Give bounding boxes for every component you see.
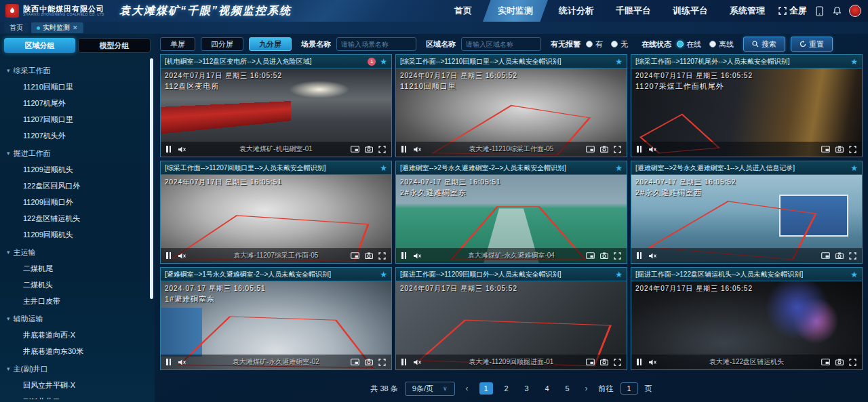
- snapshot-icon[interactable]: [600, 359, 608, 365]
- snapshot-icon[interactable]: [835, 146, 844, 153]
- favorite-star-icon[interactable]: ★: [850, 58, 858, 66]
- pause-icon[interactable]: [401, 252, 406, 259]
- cell-fullscreen-icon[interactable]: [849, 359, 856, 366]
- user-avatar[interactable]: [849, 5, 861, 17]
- mute-icon[interactable]: [413, 359, 422, 366]
- cell-fullscreen-icon[interactable]: [849, 146, 856, 153]
- video-feed[interactable]: 2024年07月17日 星期三 16:05:52 11207采煤工作面机尾外: [631, 68, 862, 157]
- cell-fullscreen-icon[interactable]: [614, 252, 621, 260]
- mute-icon[interactable]: [178, 252, 186, 260]
- alarm-no-radio[interactable]: 无: [611, 39, 628, 49]
- notification-button[interactable]: [831, 5, 842, 16]
- scene-name-input[interactable]: [336, 37, 416, 51]
- video-feed[interactable]: 2024年07月17日 星期三 16:05:52 袁大滩-122盘区辅运机头: [631, 281, 862, 369]
- pause-icon[interactable]: [401, 359, 406, 365]
- tree-item[interactable]: 11209进顺机头: [7, 161, 151, 178]
- tree-group-auxiliary-transport[interactable]: ▾ 辅助运输: [7, 310, 151, 327]
- video-feed[interactable]: 2024年07月17日 星期三 16:05:51 袁大滩-11207综采工作面-…: [161, 175, 391, 263]
- page-1-button[interactable]: 1: [479, 382, 493, 395]
- mute-icon[interactable]: [413, 146, 422, 153]
- pause-icon[interactable]: [637, 359, 642, 365]
- prev-page-button[interactable]: ‹: [462, 384, 473, 393]
- snapshot-icon[interactable]: [365, 146, 373, 153]
- goto-page-input[interactable]: [620, 382, 638, 395]
- nav-realtime-monitor[interactable]: 实时监测: [483, 0, 548, 22]
- pip-icon[interactable]: [351, 146, 359, 153]
- video-feed[interactable]: 2024-07-17 星期三 16:05:52 2#永久避难硐室西: [631, 175, 862, 263]
- favorite-star-icon[interactable]: ★: [380, 58, 387, 66]
- mute-icon[interactable]: [648, 252, 657, 260]
- region-name-input[interactable]: [461, 37, 541, 51]
- nav-system-management[interactable]: 系统管理: [719, 0, 776, 22]
- mute-icon[interactable]: [648, 359, 657, 366]
- tree-item[interactable]: 122盘区回风口外: [7, 178, 151, 194]
- pause-icon[interactable]: [637, 146, 642, 153]
- pip-icon[interactable]: [351, 252, 359, 259]
- alarm-yes-radio[interactable]: 有: [586, 39, 603, 49]
- cell-fullscreen-icon[interactable]: [378, 146, 386, 153]
- tree-item[interactable]: 主井口皮带: [7, 293, 151, 309]
- pause-icon[interactable]: [166, 252, 171, 259]
- pip-icon[interactable]: [586, 146, 595, 153]
- search-button[interactable]: 搜索: [743, 37, 785, 52]
- favorite-star-icon[interactable]: ★: [850, 270, 858, 279]
- online-radio[interactable]: 在线: [677, 39, 701, 49]
- video-feed[interactable]: 2024年07月17日 星期三 16:05:52 112盘区变电所 袁大滩煤矿-…: [161, 68, 391, 157]
- view-quad-button[interactable]: 四分屏: [201, 37, 243, 51]
- video-feed[interactable]: 2024年07月17日 星期三 16:05:52 袁大滩-11209回顺掘进面-…: [396, 281, 627, 369]
- tree-item[interactable]: 井底巷道向东30米: [7, 343, 151, 359]
- video-feed[interactable]: 2024-07-17 星期三 16:05:51 1#避难硐室东 袁大滩煤矿-永久…: [161, 281, 391, 369]
- offline-radio[interactable]: 离线: [709, 39, 734, 49]
- cell-fullscreen-icon[interactable]: [378, 252, 386, 260]
- tree-item[interactable]: 副斜井井口: [7, 393, 151, 399]
- nav-qianyan-platform[interactable]: 千眼平台: [605, 0, 662, 22]
- tree-item[interactable]: 11207机尾外: [7, 95, 151, 111]
- snapshot-icon[interactable]: [600, 146, 608, 153]
- view-nine-button[interactable]: 九分屏: [249, 37, 292, 51]
- nav-statistics[interactable]: 统计分析: [548, 0, 605, 22]
- tree-item[interactable]: 二煤机尾: [7, 260, 151, 277]
- tree-group-excavation-face[interactable]: ▾ 掘进工作面: [7, 145, 151, 161]
- cell-fullscreen-icon[interactable]: [614, 359, 621, 366]
- tree-group-main-transport[interactable]: ▾ 主运输: [7, 244, 151, 260]
- sidebar-scrollbar[interactable]: [150, 58, 153, 299]
- tree-item[interactable]: 二煤机头: [7, 277, 151, 293]
- tree-item[interactable]: 回风立井平硐-X: [7, 377, 151, 393]
- tree-group-main-shaft[interactable]: ▾ 主(副)井口: [7, 361, 151, 377]
- nav-home[interactable]: 首页: [443, 0, 483, 22]
- pip-icon[interactable]: [351, 359, 359, 365]
- cell-fullscreen-icon[interactable]: [849, 252, 856, 260]
- pip-icon[interactable]: [821, 252, 830, 259]
- page-size-select[interactable]: 9条/页 ∨: [405, 382, 455, 396]
- favorite-star-icon[interactable]: ★: [380, 164, 387, 172]
- pip-icon[interactable]: [821, 359, 830, 365]
- tree-item[interactable]: 11207回顺口里: [7, 111, 151, 127]
- snapshot-icon[interactable]: [365, 252, 373, 259]
- reset-button[interactable]: 重置: [791, 37, 833, 52]
- mute-icon[interactable]: [648, 146, 657, 153]
- nav-training-platform[interactable]: 训练平台: [662, 0, 719, 22]
- video-feed[interactable]: 2024年07月17日 星期三 16:05:52 11210回顺口里 袁大滩-1…: [396, 68, 627, 157]
- favorite-star-icon[interactable]: ★: [615, 58, 623, 66]
- cell-fullscreen-icon[interactable]: [614, 146, 621, 153]
- fullscreen-button[interactable]: 全屏: [778, 5, 807, 17]
- mute-icon[interactable]: [178, 146, 186, 153]
- tab-home[interactable]: 首页: [4, 22, 28, 33]
- pause-icon[interactable]: [637, 252, 642, 259]
- page-2-button[interactable]: 2: [500, 382, 513, 395]
- snapshot-icon[interactable]: [365, 359, 373, 365]
- next-page-button[interactable]: ›: [581, 384, 592, 393]
- pip-icon[interactable]: [821, 146, 830, 153]
- tree-item[interactable]: 122盘区辅运机头: [7, 210, 151, 226]
- pip-icon[interactable]: [586, 252, 595, 259]
- cell-fullscreen-icon[interactable]: [378, 359, 386, 366]
- pause-icon[interactable]: [166, 359, 171, 365]
- snapshot-icon[interactable]: [600, 252, 608, 259]
- mute-icon[interactable]: [413, 252, 422, 260]
- favorite-star-icon[interactable]: ★: [615, 164, 623, 172]
- tree-group-fully-mechanized-face[interactable]: ▾ 综采工作面: [7, 62, 151, 79]
- tab-close-icon[interactable]: ✕: [73, 24, 78, 31]
- snapshot-icon[interactable]: [835, 359, 844, 365]
- mobile-app-button[interactable]: [814, 5, 825, 16]
- favorite-star-icon[interactable]: ★: [380, 270, 387, 279]
